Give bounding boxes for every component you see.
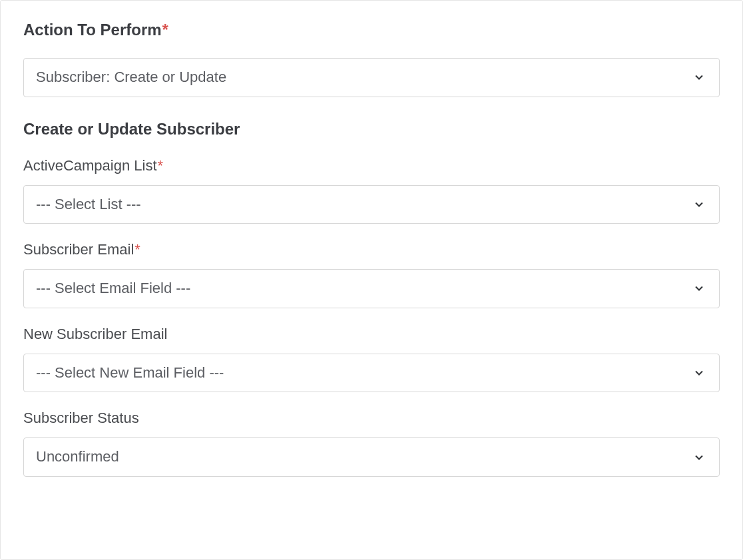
subscriber-status-label: Subscriber Status [23,410,720,427]
new-email-select[interactable]: --- Select New Email Field --- [23,354,720,393]
action-select[interactable]: Subscriber: Create or Update [23,58,720,97]
action-to-perform-label: Action To Perform* [23,21,720,39]
create-update-subscriber-heading: Create or Update Subscriber [23,120,720,139]
label-text: ActiveCampaign List [23,157,157,174]
field-subscriber-email: Subscriber Email* --- Select Email Field… [23,241,720,308]
field-action-to-perform: Action To Perform* Subscriber: Create or… [23,21,720,97]
field-subscriber-status: Subscriber Status Unconfirmed [23,410,720,477]
email-select[interactable]: --- Select Email Field --- [23,269,720,308]
new-email-select-value: --- Select New Email Field --- [23,354,720,393]
new-subscriber-email-label: New Subscriber Email [23,326,720,343]
status-select[interactable]: Unconfirmed [23,437,720,477]
action-select-value: Subscriber: Create or Update [23,58,720,97]
settings-panel: Action To Perform* Subscriber: Create or… [0,0,743,560]
required-star: * [134,241,140,258]
label-text: Action To Perform [23,21,162,39]
email-select-value: --- Select Email Field --- [23,269,720,308]
subscriber-email-label: Subscriber Email* [23,241,720,258]
required-star: * [162,21,168,39]
label-text: Subscriber Email [23,241,134,258]
status-select-value: Unconfirmed [23,437,720,477]
field-new-subscriber-email: New Subscriber Email --- Select New Emai… [23,326,720,393]
field-activecampaign-list: ActiveCampaign List* --- Select List --- [23,157,720,224]
required-star: * [158,157,164,174]
activecampaign-list-label: ActiveCampaign List* [23,157,720,174]
list-select-value: --- Select List --- [23,185,720,224]
list-select[interactable]: --- Select List --- [23,185,720,224]
